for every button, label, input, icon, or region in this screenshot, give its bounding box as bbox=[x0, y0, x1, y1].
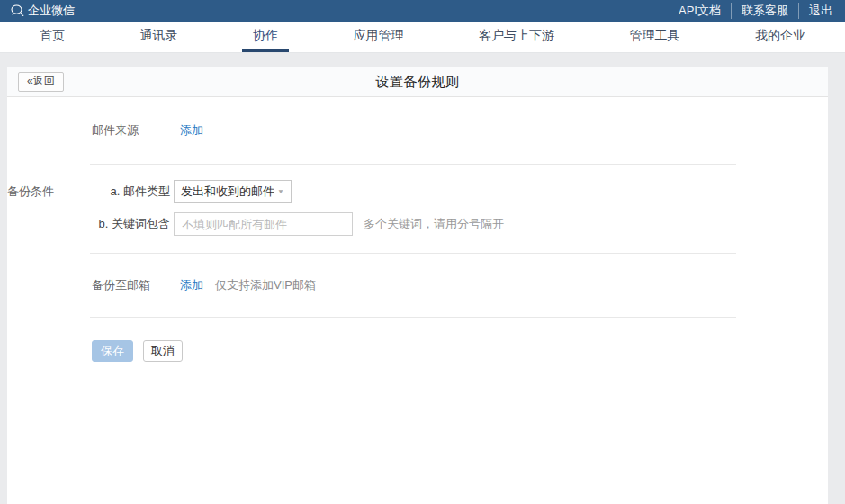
backup-condition-fields: a. 邮件类型 发出和收到的邮件 ▼ b. 关键词包含 多个关键词，请用分号隔开 bbox=[95, 180, 504, 236]
mail-source-label: 邮件来源 bbox=[92, 122, 180, 139]
brand: 企业微信 bbox=[11, 3, 75, 19]
mail-source-add-link[interactable]: 添加 bbox=[180, 122, 203, 139]
backup-to-label: 备份至邮箱 bbox=[92, 277, 180, 293]
topbar-links: API文档 联系客服 退出 bbox=[669, 3, 834, 19]
backup-condition-row: 备份条件 a. 邮件类型 发出和收到的邮件 ▼ b. 关键词包含 多个关键词，请… bbox=[7, 165, 828, 253]
topbar: 企业微信 API文档 联系客服 退出 bbox=[0, 0, 845, 22]
back-button[interactable]: «返回 bbox=[18, 72, 64, 92]
mail-type-label: a. 邮件类型 bbox=[95, 184, 174, 200]
keyword-field-row: b. 关键词包含 多个关键词，请用分号隔开 bbox=[95, 212, 504, 236]
link-logout[interactable]: 退出 bbox=[798, 3, 834, 19]
tab-my-enterprise[interactable]: 我的企业 bbox=[744, 22, 816, 52]
tab-admin-tools[interactable]: 管理工具 bbox=[619, 22, 691, 52]
brand-name: 企业微信 bbox=[28, 3, 75, 19]
cancel-button[interactable]: 取消 bbox=[143, 340, 183, 362]
wecom-logo-icon bbox=[11, 4, 24, 17]
mail-source-row: 邮件来源 添加 bbox=[7, 97, 828, 164]
backup-rules-card: «返回 设置备份规则 邮件来源 添加 备份条件 a. 邮件类型 发出和收到的邮件… bbox=[7, 68, 828, 504]
backup-to-add-link[interactable]: 添加 bbox=[180, 277, 203, 293]
tab-collaboration[interactable]: 协作 bbox=[242, 22, 289, 52]
action-buttons-row: 保存 取消 bbox=[7, 318, 828, 362]
mail-type-field-row: a. 邮件类型 发出和收到的邮件 ▼ bbox=[95, 180, 504, 203]
tab-app-management[interactable]: 应用管理 bbox=[343, 22, 415, 52]
page-body: «返回 设置备份规则 邮件来源 添加 备份条件 a. 邮件类型 发出和收到的邮件… bbox=[0, 53, 845, 504]
keyword-input[interactable] bbox=[174, 212, 353, 236]
tab-home[interactable]: 首页 bbox=[29, 22, 76, 52]
page-title: 设置备份规则 bbox=[7, 74, 828, 91]
main-nav: 首页 通讯录 协作 应用管理 客户与上下游 管理工具 我的企业 bbox=[0, 22, 845, 53]
backup-condition-label: 备份条件 bbox=[7, 180, 95, 236]
backup-to-row: 备份至邮箱 添加 仅支持添加VIP邮箱 bbox=[7, 254, 828, 317]
save-button[interactable]: 保存 bbox=[92, 340, 133, 362]
backup-to-hint: 仅支持添加VIP邮箱 bbox=[215, 277, 316, 293]
tab-customers-upstream[interactable]: 客户与上下游 bbox=[468, 22, 565, 52]
link-api-docs[interactable]: API文档 bbox=[669, 3, 731, 19]
keyword-hint: 多个关键词，请用分号隔开 bbox=[364, 216, 504, 232]
card-header: «返回 设置备份规则 bbox=[7, 68, 828, 97]
tab-contacts[interactable]: 通讯录 bbox=[130, 22, 189, 52]
link-contact-support[interactable]: 联系客服 bbox=[731, 3, 798, 19]
chevron-down-icon: ▼ bbox=[277, 188, 284, 194]
keyword-label: b. 关键词包含 bbox=[95, 216, 174, 232]
mail-type-select[interactable]: 发出和收到的邮件 ▼ bbox=[174, 180, 292, 203]
mail-type-selected-value: 发出和收到的邮件 bbox=[181, 184, 274, 200]
